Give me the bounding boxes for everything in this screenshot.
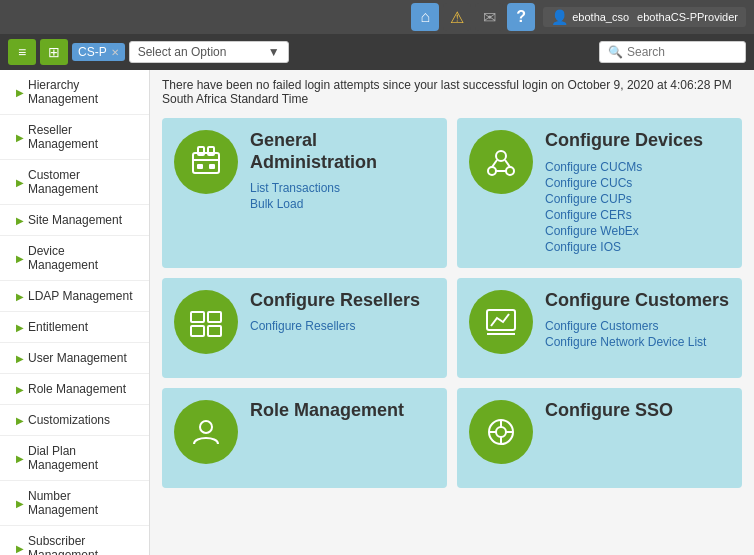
link-bulk-load[interactable]: Bulk Load	[250, 197, 435, 211]
arrow-icon: ▶	[16, 215, 24, 226]
sidebar-item-subscriber-management[interactable]: ▶ Subscriber Management	[0, 526, 149, 555]
help-icon[interactable]: ?	[507, 3, 535, 31]
link-configure-customers[interactable]: Configure Customers	[545, 319, 730, 333]
arrow-icon: ▶	[16, 353, 24, 364]
sidebar-item-site-management[interactable]: ▶ Site Management	[0, 205, 149, 236]
card-title-configure-devices: Configure Devices	[545, 130, 730, 152]
link-list-transactions[interactable]: List Transactions	[250, 181, 435, 195]
link-configure-ios[interactable]: Configure IOS	[545, 240, 730, 254]
link-configure-cups[interactable]: Configure CUPs	[545, 192, 730, 206]
arrow-icon: ▶	[16, 543, 24, 554]
cards-row-3: Role Management	[162, 388, 742, 488]
card-content-configure-sso: Configure SSO	[545, 400, 730, 430]
sidebar-item-dial-plan-management[interactable]: ▶ Dial Plan Management	[0, 436, 149, 481]
cs-tag: CS-P ✕	[72, 43, 125, 61]
arrow-icon: ▶	[16, 415, 24, 426]
role-management-icon	[174, 400, 238, 464]
link-configure-cucms[interactable]: Configure CUCMs	[545, 160, 730, 174]
search-box: 🔍	[599, 41, 746, 63]
card-content-configure-resellers: Configure Resellers Configure Resellers	[250, 290, 435, 336]
sidebar-item-ldap-management[interactable]: ▶ LDAP Management	[0, 281, 149, 312]
arrow-icon: ▶	[16, 453, 24, 464]
link-configure-cers[interactable]: Configure CERs	[545, 208, 730, 222]
sidebar-item-label: Role Management	[28, 382, 126, 396]
sidebar-item-device-management[interactable]: ▶ Device Management	[0, 236, 149, 281]
user-avatar-icon: 👤	[551, 9, 568, 25]
card-title-configure-customers: Configure Customers	[545, 290, 730, 312]
svg-rect-13	[208, 312, 221, 322]
top-bar: ⌂ ⚠ ✉ ? 👤 ebotha_cso ebothaCS-PProvider	[0, 0, 754, 34]
sidebar-item-label: Customizations	[28, 413, 110, 427]
search-icon: 🔍	[608, 45, 623, 59]
card-title-general-admin: General Administration	[250, 130, 435, 173]
svg-point-6	[496, 151, 506, 161]
sidebar: ▶ Hierarchy Management ▶ Reseller Manage…	[0, 70, 150, 555]
mail-icon[interactable]: ✉	[475, 3, 503, 31]
list-view-button[interactable]: ≡	[8, 39, 36, 65]
sidebar-item-hierarchy-management[interactable]: ▶ Hierarchy Management	[0, 70, 149, 115]
card-content-role-management: Role Management	[250, 400, 435, 430]
configure-resellers-icon	[174, 290, 238, 354]
svg-rect-5	[209, 164, 215, 169]
select-option-dropdown[interactable]: Select an Option ▼	[129, 41, 289, 63]
link-configure-webex[interactable]: Configure WebEx	[545, 224, 730, 238]
arrow-icon: ▶	[16, 253, 24, 264]
toolbar: ≡ ⊞ CS-P ✕ Select an Option ▼ 🔍	[0, 34, 754, 70]
card-configure-devices: Configure Devices Configure CUCMs Config…	[457, 118, 742, 268]
home-icon[interactable]: ⌂	[411, 3, 439, 31]
svg-rect-12	[191, 312, 204, 322]
sidebar-item-label: User Management	[28, 351, 127, 365]
sidebar-item-label: Dial Plan Management	[28, 444, 137, 472]
hierarchy-view-button[interactable]: ⊞	[40, 39, 68, 65]
select-option-label: Select an Option	[138, 45, 227, 59]
card-content-general-admin: General Administration List Transactions…	[250, 130, 435, 213]
card-content-configure-devices: Configure Devices Configure CUCMs Config…	[545, 130, 730, 256]
svg-rect-14	[191, 326, 204, 336]
sidebar-item-role-management[interactable]: ▶ Role Management	[0, 374, 149, 405]
sidebar-item-label: Site Management	[28, 213, 122, 227]
link-configure-cucs[interactable]: Configure CUCs	[545, 176, 730, 190]
cards-row-1: General Administration List Transactions…	[162, 118, 742, 268]
svg-rect-4	[197, 164, 203, 169]
sidebar-item-user-management[interactable]: ▶ User Management	[0, 343, 149, 374]
sidebar-item-label: Number Management	[28, 489, 137, 517]
card-title-configure-resellers: Configure Resellers	[250, 290, 435, 312]
sidebar-item-reseller-management[interactable]: ▶ Reseller Management	[0, 115, 149, 160]
sidebar-item-label: Hierarchy Management	[28, 78, 137, 106]
arrow-icon: ▶	[16, 177, 24, 188]
cs-tag-close-icon[interactable]: ✕	[111, 47, 119, 58]
card-configure-sso: Configure SSO	[457, 388, 742, 488]
arrow-icon: ▶	[16, 87, 24, 98]
svg-point-20	[496, 427, 506, 437]
card-configure-resellers: Configure Resellers Configure Resellers	[162, 278, 447, 378]
svg-rect-0	[193, 153, 219, 173]
sidebar-item-label: Entitlement	[28, 320, 88, 334]
arrow-icon: ▶	[16, 322, 24, 333]
configure-customers-icon	[469, 290, 533, 354]
card-title-configure-sso: Configure SSO	[545, 400, 730, 422]
link-configure-resellers[interactable]: Configure Resellers	[250, 319, 435, 333]
search-input[interactable]	[627, 45, 737, 59]
arrow-icon: ▶	[16, 132, 24, 143]
cards-grid: General Administration List Transactions…	[162, 118, 742, 488]
card-title-role-management: Role Management	[250, 400, 435, 422]
svg-point-7	[488, 167, 496, 175]
sidebar-item-customizations[interactable]: ▶ Customizations	[0, 405, 149, 436]
svg-rect-15	[208, 326, 221, 336]
sidebar-item-customer-management[interactable]: ▶ Customer Management	[0, 160, 149, 205]
sidebar-item-label: Device Management	[28, 244, 137, 272]
sidebar-item-label: Reseller Management	[28, 123, 137, 151]
sidebar-item-entitlement[interactable]: ▶ Entitlement	[0, 312, 149, 343]
sidebar-item-number-management[interactable]: ▶ Number Management	[0, 481, 149, 526]
login-notice: There have been no failed login attempts…	[162, 78, 742, 106]
configure-sso-icon	[469, 400, 533, 464]
arrow-icon: ▶	[16, 384, 24, 395]
arrow-icon: ▶	[16, 291, 24, 302]
alert-icon[interactable]: ⚠	[443, 3, 471, 31]
sidebar-item-label: Subscriber Management	[28, 534, 137, 555]
chevron-down-icon: ▼	[268, 45, 280, 59]
cards-row-2: Configure Resellers Configure Resellers	[162, 278, 742, 378]
main-layout: ▶ Hierarchy Management ▶ Reseller Manage…	[0, 70, 754, 555]
configure-devices-icon	[469, 130, 533, 194]
link-configure-network-device-list[interactable]: Configure Network Device List	[545, 335, 730, 349]
